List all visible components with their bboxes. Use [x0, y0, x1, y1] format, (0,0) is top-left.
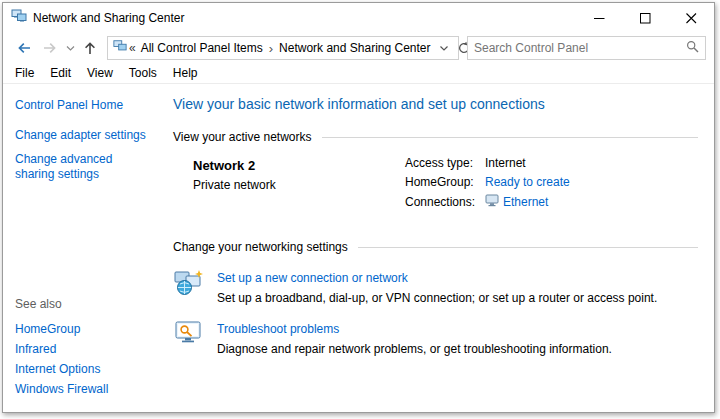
troubleshoot-icon — [173, 319, 209, 356]
address-bar[interactable]: « All Control Panel Items › Network and … — [107, 36, 459, 60]
sidebar-item-windows-firewall[interactable]: Windows Firewall — [15, 382, 108, 396]
detail-access-type: Access type: Internet — [405, 156, 570, 170]
menu-bar: File Edit View Tools Help — [3, 63, 714, 84]
task-setup-new-connection: Set up a new connection or network Set u… — [173, 268, 698, 305]
task-text: Set up a new connection or network Set u… — [217, 268, 657, 305]
troubleshoot-problems-link[interactable]: Troubleshoot problems — [217, 322, 339, 336]
task-text: Troubleshoot problems Diagnose and repai… — [217, 319, 612, 356]
breadcrumb-item-network-and-sharing-center[interactable]: Network and Sharing Center — [276, 41, 433, 55]
chevron-down-icon — [66, 45, 75, 52]
location-icon — [113, 39, 127, 57]
section-active-networks-label: View your active networks — [173, 130, 312, 144]
address-dropdown-button[interactable] — [434, 37, 454, 59]
section-active-networks: View your active networks — [173, 130, 698, 144]
section-divider — [358, 247, 698, 248]
sidebar-item-homegroup[interactable]: HomeGroup — [15, 322, 108, 336]
app-icon — [11, 8, 27, 28]
detail-connections: Connections: Ethernet — [405, 194, 570, 210]
section-networking-settings: Change your networking settings — [173, 240, 698, 254]
see-also-group: See also HomeGroup Infrared Internet Opt… — [15, 297, 108, 402]
main-panel: View your basic network information and … — [163, 84, 714, 412]
search-box[interactable] — [467, 36, 706, 60]
section-divider — [322, 137, 698, 138]
menu-view[interactable]: View — [79, 64, 121, 82]
chevron-down-icon — [439, 45, 449, 52]
close-button[interactable] — [668, 3, 714, 33]
section-networking-settings-label: Change your networking settings — [173, 240, 348, 254]
ethernet-icon — [485, 194, 499, 210]
detail-label: Access type: — [405, 156, 485, 170]
sidebar-item-control-panel-home[interactable]: Control Panel Home — [15, 98, 163, 112]
sidebar-item-change-advanced-sharing-settings[interactable]: Change advanced sharing settings — [15, 152, 153, 183]
window-title: Network and Sharing Center — [33, 11, 184, 25]
maximize-button[interactable] — [622, 3, 668, 33]
up-button[interactable] — [77, 35, 103, 61]
minimize-button[interactable] — [576, 3, 622, 33]
content-area: Control Panel Home Change adapter settin… — [3, 84, 714, 412]
menu-tools[interactable]: Tools — [121, 64, 165, 82]
network-details: Access type: Internet HomeGroup: Ready t… — [405, 156, 570, 215]
sidebar-item-infrared[interactable]: Infrared — [15, 342, 108, 356]
active-network-block: Network 2 Private network Access type: I… — [173, 158, 698, 216]
setup-new-connection-link[interactable]: Set up a new connection or network — [217, 271, 408, 285]
access-type-value: Internet — [485, 156, 526, 170]
detail-homegroup: HomeGroup: Ready to create — [405, 175, 570, 189]
connections-value: Ethernet — [485, 194, 548, 210]
menu-file[interactable]: File — [7, 64, 42, 82]
navigation-bar: « All Control Panel Items › Network and … — [3, 33, 714, 63]
setup-new-connection-description: Set up a broadband, dial-up, or VPN conn… — [217, 291, 657, 305]
breadcrumb-separator-icon: › — [266, 41, 276, 56]
ethernet-link[interactable]: Ethernet — [503, 195, 548, 209]
search-icon — [686, 39, 699, 57]
menu-edit[interactable]: Edit — [42, 64, 79, 82]
sidebar-item-change-adapter-settings[interactable]: Change adapter settings — [15, 128, 153, 144]
sidebar-item-internet-options[interactable]: Internet Options — [15, 362, 108, 376]
back-button[interactable] — [11, 35, 37, 61]
up-arrow-icon — [81, 39, 99, 57]
menu-help[interactable]: Help — [165, 64, 206, 82]
sidebar: Control Panel Home Change adapter settin… — [3, 84, 163, 412]
new-connection-icon — [173, 268, 209, 305]
titlebar[interactable]: Network and Sharing Center — [3, 3, 714, 33]
window-controls — [576, 3, 714, 33]
detail-label: HomeGroup: — [405, 175, 485, 189]
detail-label: Connections: — [405, 195, 485, 209]
page-title: View your basic network information and … — [173, 96, 698, 112]
forward-arrow-icon — [41, 39, 59, 57]
homegroup-ready-to-create-link[interactable]: Ready to create — [485, 175, 570, 189]
breadcrumb-overflow[interactable]: « — [127, 41, 138, 55]
search-input[interactable] — [474, 41, 686, 55]
breadcrumb-item-all-control-panel-items[interactable]: All Control Panel Items — [138, 41, 266, 55]
see-also-title: See also — [15, 297, 108, 311]
recent-locations-button[interactable] — [63, 35, 77, 61]
troubleshoot-problems-description: Diagnose and repair network problems, or… — [217, 342, 612, 356]
back-arrow-icon — [15, 39, 33, 57]
forward-button[interactable] — [37, 35, 63, 61]
network-sharing-center-window: Network and Sharing Center — [2, 2, 715, 413]
task-troubleshoot-problems: Troubleshoot problems Diagnose and repai… — [173, 319, 698, 356]
